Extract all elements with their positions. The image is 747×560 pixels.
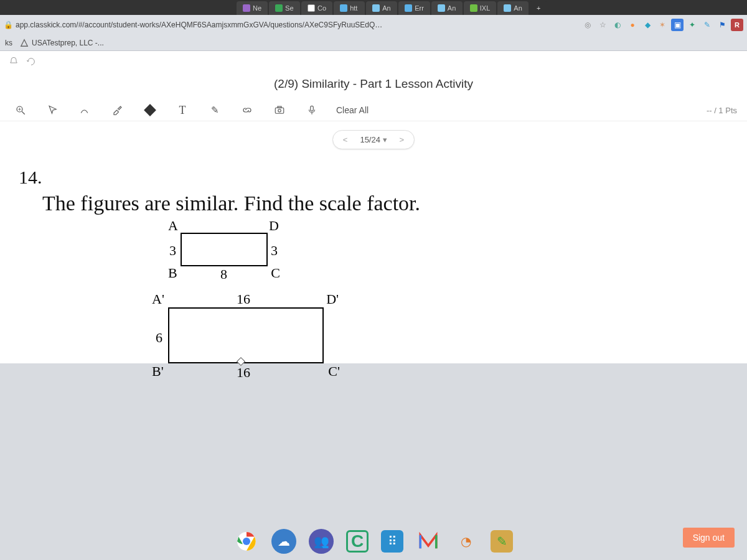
- tab-2[interactable]: Co: [301, 1, 332, 15]
- side-bottom-8: 8: [220, 266, 227, 282]
- tab-1[interactable]: Se: [269, 1, 300, 15]
- taskbar: ☁ 👥 C ⠿ ◔ ✎: [0, 523, 747, 560]
- address-bar: 🔒 app.classkick.com/#/account/student-wo…: [0, 15, 747, 35]
- notification-icon[interactable]: [9, 57, 19, 67]
- lock-icon: 🔒: [4, 21, 13, 29]
- pointer-icon[interactable]: [45, 102, 61, 118]
- new-tab-button[interactable]: +: [530, 1, 547, 15]
- r-icon[interactable]: R: [731, 19, 743, 31]
- location-icon[interactable]: ◎: [581, 19, 594, 31]
- teams-icon[interactable]: 👥: [309, 529, 334, 554]
- pen-tool-icon[interactable]: ✎: [207, 102, 223, 118]
- lesson-title: (2/9) Similarity - Part 1 Lesson Activit…: [0, 72, 747, 100]
- rect-small: A B C D 3 3 8: [181, 233, 268, 266]
- svg-line-1: [22, 111, 25, 114]
- orange-icon[interactable]: ●: [626, 19, 639, 31]
- side-left-6: 6: [156, 330, 162, 346]
- rect-large: A' B' C' D' 6 16 16: [168, 307, 324, 363]
- svg-point-9: [243, 538, 250, 545]
- classkick-c-icon[interactable]: C: [346, 530, 369, 553]
- pen-icon[interactable]: ✎: [701, 19, 713, 31]
- side-top-16: 16: [237, 291, 250, 307]
- tab-4[interactable]: An: [366, 1, 397, 15]
- tab-5[interactable]: Err: [398, 1, 430, 15]
- vertex-Dp: D': [326, 291, 339, 307]
- brush-icon[interactable]: ✎: [491, 530, 513, 553]
- side-left-3: 3: [169, 243, 176, 259]
- tab-8[interactable]: An: [497, 1, 529, 15]
- tab-label: An: [382, 4, 390, 12]
- question-area: 14. The figures are similar. Find the sc…: [0, 156, 747, 363]
- blue-icon[interactable]: ◆: [641, 19, 654, 31]
- vertex-Ap: A': [152, 291, 164, 307]
- vertex-D: D: [269, 218, 279, 234]
- orange-app-icon[interactable]: ◔: [453, 529, 478, 554]
- toolbar: T ✎ Clear All -- / 1 Pts: [0, 100, 747, 121]
- vertex-A: A: [168, 218, 178, 234]
- svg-point-5: [278, 110, 281, 113]
- pager-next[interactable]: >: [400, 135, 405, 144]
- highlighter-icon[interactable]: [110, 102, 126, 118]
- url-text[interactable]: app.classkick.com/#/account/student-work…: [16, 21, 382, 29]
- tab-3[interactable]: htt: [334, 1, 365, 15]
- question-text: The figures are similar. Find the scale …: [42, 192, 728, 215]
- bookmark-label: USATestprep, LLC -...: [32, 39, 104, 47]
- bookmark-icon: [20, 39, 29, 47]
- pager-pill: < 15/24 ▾ >: [332, 130, 415, 149]
- refresh-icon[interactable]: [26, 57, 36, 67]
- question-number: 14.: [19, 167, 728, 188]
- vertex-Cp: C': [328, 363, 340, 380]
- bookmarks-bar: ks USATestprep, LLC -...: [0, 35, 747, 51]
- tab-label: Se: [285, 4, 293, 12]
- app-topbar: [0, 51, 747, 72]
- svg-rect-6: [278, 106, 281, 108]
- bookmark-usatestprep[interactable]: USATestprep, LLC -...: [20, 39, 104, 47]
- vertex-B: B: [168, 265, 177, 281]
- tab-label: htt: [350, 4, 357, 12]
- link-icon[interactable]: [239, 102, 255, 118]
- sign-out-button[interactable]: Sign out: [683, 528, 735, 548]
- mic-icon[interactable]: [304, 102, 320, 118]
- tab-label: Ne: [253, 4, 261, 12]
- bookmarks-left-label: ks: [5, 39, 12, 47]
- pager-value[interactable]: 15/24 ▾: [360, 135, 387, 144]
- vertex-Bp: B': [152, 363, 164, 380]
- tab-label: Err: [415, 4, 424, 12]
- svg-rect-4: [275, 108, 284, 113]
- tab-0[interactable]: Ne: [237, 1, 268, 15]
- app-window: (2/9) Similarity - Part 1 Lesson Activit…: [0, 51, 747, 363]
- camera-icon[interactable]: [271, 102, 288, 118]
- pager-prev[interactable]: <: [343, 135, 348, 144]
- plus-icon: +: [537, 4, 540, 12]
- tab-6[interactable]: An: [431, 1, 463, 15]
- figure-large: A' B' C' D' 6 16 16: [143, 307, 728, 363]
- text-tool[interactable]: T: [174, 102, 190, 118]
- star-icon[interactable]: ☆: [596, 19, 609, 31]
- shield-icon[interactable]: ◐: [611, 19, 624, 31]
- pager: < 15/24 ▾ >: [0, 121, 747, 156]
- figures: A B C D 3 3 8 A' B' C' D' 6 16: [19, 215, 728, 363]
- draw-icon[interactable]: [77, 102, 93, 118]
- flag-icon[interactable]: ⚑: [716, 19, 728, 31]
- vertex-C: C: [271, 265, 280, 281]
- cloud-icon[interactable]: ☁: [271, 529, 296, 554]
- browser-tabstrip: Ne Se Co htt An Err An IXL An +: [0, 0, 747, 15]
- tab-label: Co: [317, 4, 326, 12]
- clear-all-button[interactable]: Clear All: [336, 105, 369, 115]
- puzzle-icon[interactable]: ✶: [656, 19, 669, 31]
- tab-label: An: [514, 4, 522, 12]
- m-icon[interactable]: [416, 529, 441, 554]
- zoom-icon[interactable]: [12, 102, 29, 118]
- color-icon[interactable]: [142, 102, 158, 118]
- dots-icon[interactable]: ⠿: [381, 530, 403, 553]
- blue2-icon[interactable]: ▣: [671, 19, 684, 31]
- side-right-3: 3: [271, 243, 278, 259]
- green-icon[interactable]: ✦: [686, 19, 698, 31]
- chrome-icon[interactable]: [234, 529, 259, 554]
- chevron-down-icon: ▾: [383, 135, 387, 144]
- figure-small: A B C D 3 3 8: [143, 233, 728, 266]
- points-indicator: -- / 1 Pts: [707, 106, 737, 115]
- tab-7[interactable]: IXL: [464, 1, 497, 15]
- svg-rect-7: [311, 106, 314, 111]
- tab-label: IXL: [480, 4, 491, 12]
